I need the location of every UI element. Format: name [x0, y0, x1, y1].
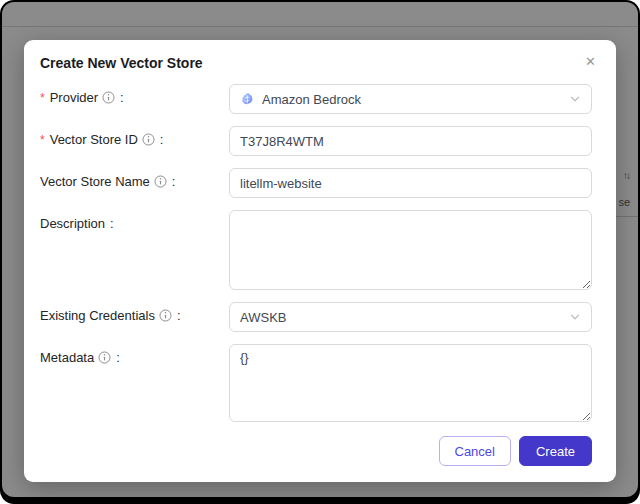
- metadata-textarea[interactable]: {}: [229, 344, 592, 422]
- modal-body: * Provider :: [24, 73, 616, 422]
- existing-credentials-label: Existing Credentials :: [40, 302, 229, 323]
- create-vector-store-modal: Create New Vector Store ✕ * Provider :: [24, 40, 616, 482]
- vector-store-id-input[interactable]: [229, 126, 592, 156]
- chevron-down-icon: [569, 93, 581, 105]
- description-field-row: Description :: [40, 210, 592, 290]
- cancel-button[interactable]: Cancel: [439, 436, 511, 466]
- required-marker: *: [40, 91, 45, 105]
- vector-store-name-input[interactable]: [229, 168, 592, 198]
- required-marker: *: [40, 133, 45, 147]
- bedrock-logo-icon: [240, 92, 255, 107]
- close-icon[interactable]: ✕: [583, 53, 598, 71]
- app-window: ↑↓ se Create New Vector Store ✕ * Provid…: [2, 2, 638, 497]
- description-textarea[interactable]: [229, 210, 592, 290]
- vector-store-id-label: * Vector Store ID :: [40, 126, 229, 147]
- screenshot-frame: ↑↓ se Create New Vector Store ✕ * Provid…: [0, 0, 640, 504]
- provider-select[interactable]: Amazon Bedrock: [229, 84, 592, 114]
- background-sort-icon: ↑↓: [623, 170, 629, 181]
- vector-store-id-field-row: * Vector Store ID :: [40, 126, 592, 156]
- info-icon[interactable]: [154, 175, 167, 188]
- modal-title: Create New Vector Store: [40, 53, 203, 73]
- modal-header: Create New Vector Store ✕: [24, 40, 616, 73]
- background-partial-text: se: [618, 196, 630, 208]
- existing-credentials-selected-value: AWSKB: [240, 310, 286, 325]
- description-label: Description :: [40, 210, 229, 231]
- info-icon[interactable]: [142, 133, 155, 146]
- existing-credentials-select[interactable]: AWSKB: [229, 302, 592, 332]
- provider-label: * Provider :: [40, 84, 229, 105]
- chevron-down-icon: [569, 311, 581, 323]
- background-table-divider: [614, 216, 638, 217]
- metadata-field-row: Metadata : {}: [40, 344, 592, 422]
- vector-store-name-field-row: Vector Store Name :: [40, 168, 592, 198]
- modal-footer: Cancel Create: [24, 434, 616, 482]
- vector-store-name-label: Vector Store Name :: [40, 168, 229, 189]
- provider-field-row: * Provider :: [40, 84, 592, 114]
- existing-credentials-field-row: Existing Credentials : AWSKB: [40, 302, 592, 332]
- info-icon[interactable]: [98, 351, 111, 364]
- background-page-divider: [2, 26, 638, 27]
- create-button[interactable]: Create: [519, 436, 592, 466]
- metadata-label: Metadata :: [40, 344, 229, 365]
- provider-selected-value: Amazon Bedrock: [262, 92, 361, 107]
- info-icon[interactable]: [159, 309, 172, 322]
- info-icon[interactable]: [102, 91, 115, 104]
